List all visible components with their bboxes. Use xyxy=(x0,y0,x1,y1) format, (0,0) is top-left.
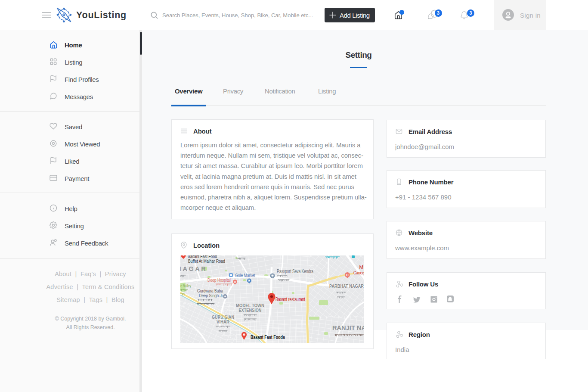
svg-text:Deep Singh Ji: Deep Singh Ji xyxy=(199,293,223,298)
svg-text:EXTENSION: EXTENSION xyxy=(239,308,262,313)
svg-text:IAGAR: IAGAR xyxy=(180,265,207,272)
svg-text:M: M xyxy=(359,264,363,270)
svg-text:Cance: Cance xyxy=(353,270,364,275)
svg-text:Deep Hospital: Deep Hospital xyxy=(207,277,231,283)
svg-text:Basant restaurant: Basant restaurant xyxy=(275,296,305,302)
svg-text:PARBHAT NAGAR: PARBHAT NAGAR xyxy=(329,283,364,289)
svg-text:VIHAR: VIHAR xyxy=(217,319,229,324)
svg-text:re Valley: re Valley xyxy=(180,283,192,288)
svg-text:Passport Seva Kendra: Passport Seva Kendra xyxy=(277,268,313,274)
svg-text:Basant Fast Foods: Basant Fast Foods xyxy=(251,334,285,340)
svg-text:H: H xyxy=(234,280,236,283)
svg-text:H: H xyxy=(346,273,349,277)
svg-text:RANJIT NA: RANJIT NA xyxy=(332,324,364,331)
svg-text:Buffet At Malhar Road: Buffet At Malhar Road xyxy=(188,258,225,264)
svg-text:Gole Market: Gole Market xyxy=(235,273,256,278)
